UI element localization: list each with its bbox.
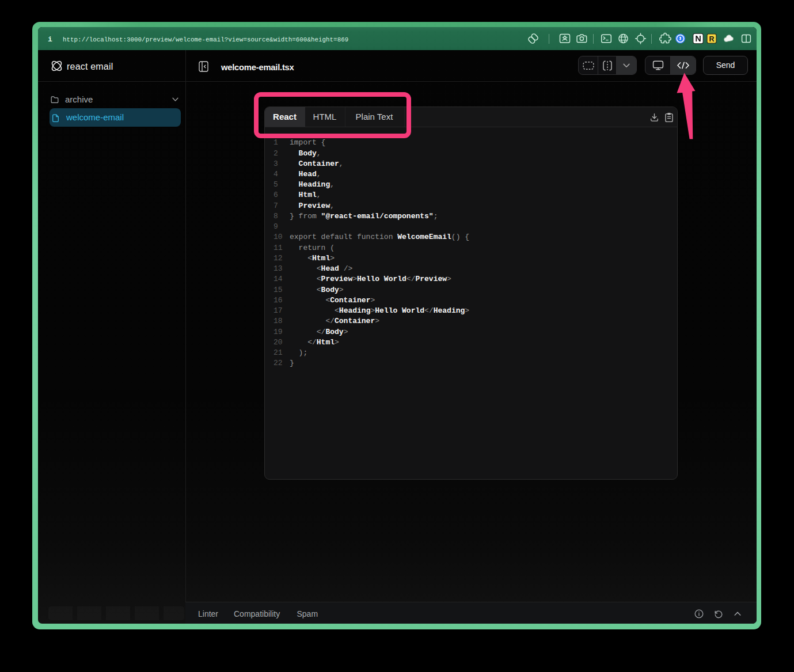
svg-text:R: R — [709, 35, 714, 43]
